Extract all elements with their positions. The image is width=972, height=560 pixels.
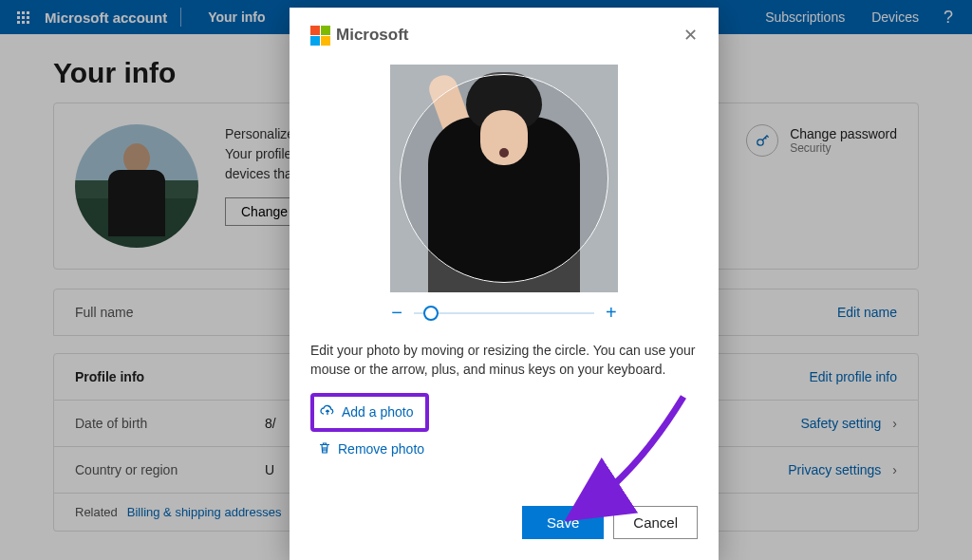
crop-circle-handle[interactable] — [400, 74, 608, 283]
add-photo-label: Add a photo — [342, 404, 414, 420]
edit-photo-modal: Microsoft ✕ − + Edit your photo by movin… — [290, 8, 719, 560]
remove-photo-label: Remove photo — [338, 441, 424, 457]
instruction-text: Edit your photo by moving or resizing th… — [310, 341, 698, 380]
zoom-in-button[interactable]: + — [606, 302, 617, 324]
microsoft-logo-text: Microsoft — [336, 26, 409, 45]
cloud-upload-icon — [320, 404, 335, 420]
cancel-button[interactable]: Cancel — [613, 506, 698, 539]
trash-icon — [318, 441, 331, 457]
zoom-slider-row: − + — [310, 302, 698, 324]
zoom-slider[interactable] — [414, 312, 594, 314]
add-photo-link[interactable]: Add a photo — [316, 399, 418, 426]
zoom-out-button[interactable]: − — [391, 302, 402, 324]
save-button[interactable]: Save — [522, 506, 604, 539]
add-photo-highlight: Add a photo — [310, 393, 429, 432]
photo-crop-area[interactable] — [390, 65, 618, 292]
microsoft-logo: Microsoft — [310, 26, 409, 46]
close-button[interactable]: ✕ — [683, 25, 698, 46]
remove-photo-link[interactable]: Remove photo — [314, 436, 698, 463]
zoom-slider-thumb[interactable] — [423, 306, 439, 321]
